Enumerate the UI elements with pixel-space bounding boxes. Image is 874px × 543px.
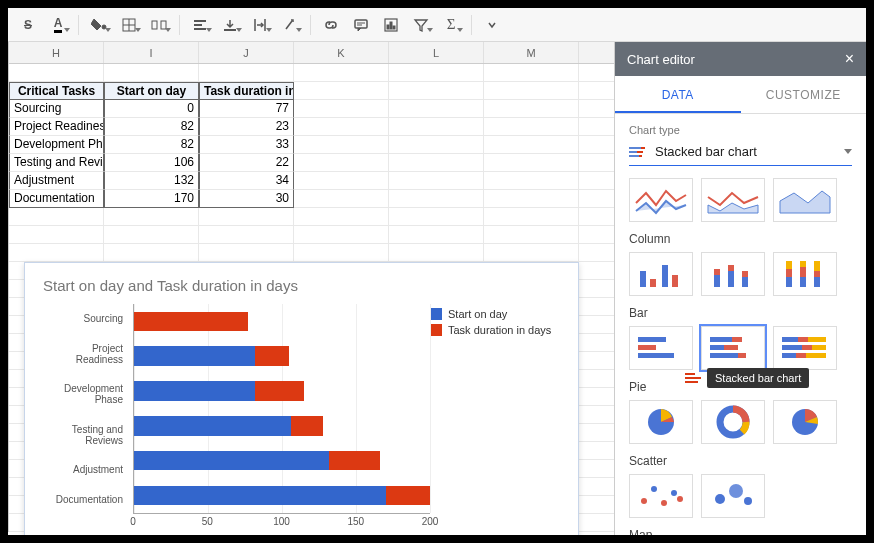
chart-thumb-pie[interactable] [629, 400, 693, 444]
cell[interactable] [389, 82, 484, 100]
cell[interactable] [389, 244, 484, 262]
cell[interactable]: Documentation [9, 190, 104, 208]
col-header[interactable]: I [104, 42, 199, 63]
cell[interactable]: 170 [104, 190, 199, 208]
cell[interactable]: 82 [104, 118, 199, 136]
cell[interactable] [579, 334, 614, 352]
cell[interactable] [9, 244, 104, 262]
cell[interactable]: 33 [199, 136, 294, 154]
cell[interactable] [579, 262, 614, 280]
chart-thumb-bubble[interactable] [701, 474, 765, 518]
cell[interactable] [484, 172, 579, 190]
cell[interactable] [389, 154, 484, 172]
chart-thumb-area3[interactable] [773, 178, 837, 222]
cell[interactable] [199, 244, 294, 262]
cell[interactable] [294, 100, 389, 118]
cell[interactable] [104, 244, 199, 262]
cell[interactable] [579, 460, 614, 478]
cell[interactable]: Start on day [104, 82, 199, 100]
embedded-chart[interactable]: Start on day and Task duration in days S… [24, 262, 579, 535]
cell[interactable] [389, 226, 484, 244]
cell[interactable] [579, 406, 614, 424]
cell[interactable] [579, 118, 614, 136]
cell[interactable] [9, 208, 104, 226]
cell[interactable]: Development Phase [9, 136, 104, 154]
cell[interactable] [484, 190, 579, 208]
cell[interactable] [579, 352, 614, 370]
cell[interactable]: 82 [104, 136, 199, 154]
cell[interactable] [484, 208, 579, 226]
insert-link-icon[interactable] [317, 12, 345, 38]
cell[interactable] [389, 136, 484, 154]
cell[interactable] [389, 118, 484, 136]
col-header[interactable]: M [484, 42, 579, 63]
chart-thumb-bar[interactable] [629, 326, 693, 370]
cell[interactable] [484, 226, 579, 244]
insert-comment-icon[interactable] [347, 12, 375, 38]
tab-customize[interactable]: CUSTOMIZE [741, 76, 867, 113]
cell[interactable]: 106 [104, 154, 199, 172]
cell[interactable]: Sourcing [9, 100, 104, 118]
col-header[interactable]: K [294, 42, 389, 63]
cell[interactable]: Project Readiness [9, 118, 104, 136]
cell[interactable] [389, 64, 484, 82]
chart-thumb-bar-stacked[interactable] [701, 326, 765, 370]
cell[interactable] [579, 424, 614, 442]
cell[interactable] [579, 514, 614, 532]
align-horizontal-icon[interactable] [186, 12, 214, 38]
cell[interactable] [484, 136, 579, 154]
cell[interactable] [294, 208, 389, 226]
cell[interactable] [579, 298, 614, 316]
cell[interactable]: 132 [104, 172, 199, 190]
cell[interactable] [9, 226, 104, 244]
chart-thumb-donut[interactable] [701, 400, 765, 444]
cell[interactable] [579, 82, 614, 100]
cell[interactable] [579, 370, 614, 388]
col-header[interactable]: N [579, 42, 614, 63]
cell[interactable] [484, 154, 579, 172]
cell[interactable] [579, 190, 614, 208]
cell[interactable]: 77 [199, 100, 294, 118]
insert-chart-icon[interactable] [377, 12, 405, 38]
chart-type-select[interactable]: Stacked bar chart [629, 140, 852, 166]
cell[interactable] [484, 244, 579, 262]
cell[interactable]: 22 [199, 154, 294, 172]
cell[interactable] [294, 82, 389, 100]
filter-icon[interactable] [407, 12, 435, 38]
cell[interactable] [579, 496, 614, 514]
cell[interactable] [294, 154, 389, 172]
cell[interactable] [294, 226, 389, 244]
chart-thumb-column-stacked[interactable] [701, 252, 765, 296]
cell[interactable] [579, 172, 614, 190]
chart-thumb-scatter[interactable] [629, 474, 693, 518]
cell[interactable] [104, 208, 199, 226]
collapse-toolbar-icon[interactable] [478, 12, 506, 38]
cell[interactable] [389, 100, 484, 118]
cell[interactable] [579, 136, 614, 154]
text-color-icon[interactable]: A [44, 12, 72, 38]
cell[interactable] [484, 100, 579, 118]
cell[interactable] [389, 172, 484, 190]
cell[interactable] [579, 226, 614, 244]
cell[interactable]: Task duration in days [199, 82, 294, 100]
cell[interactable] [579, 64, 614, 82]
cell[interactable]: Adjustment [9, 172, 104, 190]
chart-thumb-column-100[interactable] [773, 252, 837, 296]
cell[interactable]: Critical Tasks [9, 82, 104, 100]
cell[interactable] [579, 244, 614, 262]
cell[interactable]: 23 [199, 118, 294, 136]
cell[interactable] [389, 190, 484, 208]
cell[interactable]: 0 [104, 100, 199, 118]
text-wrap-icon[interactable] [246, 12, 274, 38]
cell[interactable]: 30 [199, 190, 294, 208]
merge-cells-icon[interactable] [145, 12, 173, 38]
strikethrough-icon[interactable]: S [14, 12, 42, 38]
cell[interactable] [579, 208, 614, 226]
fill-color-icon[interactable] [85, 12, 113, 38]
cell[interactable] [104, 226, 199, 244]
cell[interactable]: Testing and Reviews [9, 154, 104, 172]
cell[interactable] [104, 64, 199, 82]
align-vertical-icon[interactable] [216, 12, 244, 38]
tab-data[interactable]: DATA [615, 76, 741, 113]
cell[interactable] [579, 154, 614, 172]
